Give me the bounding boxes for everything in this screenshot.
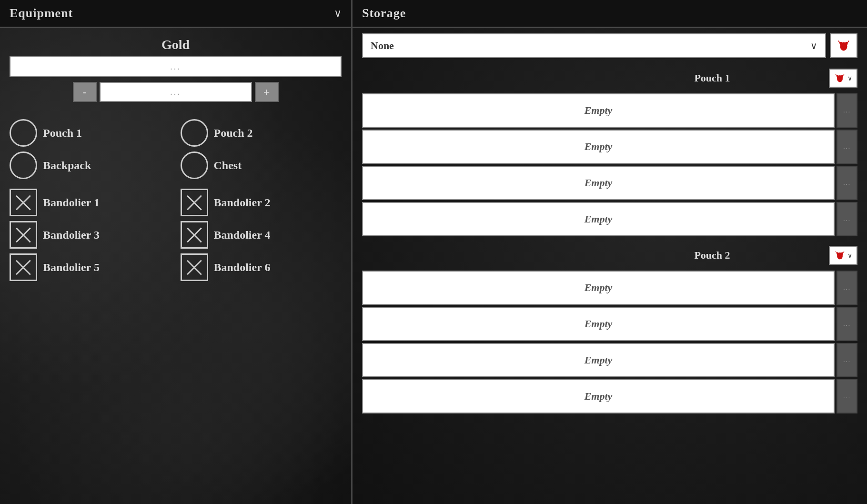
gold-controls: - ... +: [10, 82, 342, 102]
equipment-body: Gold ... - ... + Pouch 1 Pouch 2: [0, 28, 351, 504]
equip-item-chest[interactable]: Chest: [181, 151, 342, 179]
pouch1-slot3[interactable]: Empty: [362, 166, 835, 200]
pouch2-slot2[interactable]: Empty: [362, 307, 835, 341]
svg-point-9: [840, 78, 842, 79]
gold-input-value: ...: [170, 87, 181, 97]
equip-item-bandolier5[interactable]: Bandolier 5: [10, 253, 171, 281]
pouch1-slot4[interactable]: Empty: [362, 202, 835, 236]
pouch2-slot1-button[interactable]: ...: [837, 271, 857, 305]
pouch2-title: Pouch 2: [595, 249, 829, 262]
storage-panel: Storage None ∨: [353, 0, 867, 504]
chest-label: Chest: [214, 159, 242, 172]
equip-item-pouch1[interactable]: Pouch 1: [10, 119, 171, 147]
pouch2-icon: [181, 119, 208, 147]
backpack-icon: [10, 151, 37, 179]
pouch1-slot3-button[interactable]: ...: [837, 166, 857, 200]
svg-point-4: [844, 45, 846, 47]
pouch2-slot4-text: Empty: [585, 390, 613, 403]
equipment-panel: Equipment ∨ Gold ... - ... + Pouch 1: [0, 0, 353, 504]
pouch1-section: Pouch 1: [362, 65, 857, 238]
pouch1-slot1-text: Empty: [585, 104, 613, 117]
equipment-title: Equipment: [10, 6, 73, 20]
none-dropdown[interactable]: None ∨: [362, 33, 826, 58]
pouch2-header: Pouch 2: [362, 242, 857, 269]
slot-btn-dots: ...: [843, 320, 851, 328]
slot-btn-dots: ...: [843, 107, 851, 114]
gold-label: Gold: [10, 37, 342, 52]
bandolier5-label: Bandolier 5: [43, 261, 100, 274]
pouch2-slot2-text: Empty: [585, 318, 613, 330]
storage-row: Empty ...: [362, 166, 857, 200]
pouch2-slot3[interactable]: Empty: [362, 343, 835, 377]
gold-input[interactable]: ...: [100, 82, 252, 102]
pouch1-chevron-icon: ∨: [847, 74, 852, 82]
storage-header: Storage: [353, 0, 867, 28]
bandolier2-icon: [181, 189, 208, 216]
equipment-chevron-icon[interactable]: ∨: [334, 7, 342, 20]
gold-display: ...: [10, 56, 342, 77]
pouch1-slot3-text: Empty: [585, 177, 613, 189]
pouch2-slot1[interactable]: Empty: [362, 271, 835, 305]
demon-icon: [837, 39, 851, 53]
slot-btn-dots: ...: [843, 215, 851, 223]
equip-item-backpack[interactable]: Backpack: [10, 151, 171, 179]
equip-item-pouch2[interactable]: Pouch 2: [181, 119, 342, 147]
equipment-items-grid: Pouch 1 Pouch 2 Backpack Chest: [10, 119, 342, 179]
pouch2-demon-icon: [834, 250, 846, 261]
pouch1-label: Pouch 1: [43, 127, 82, 140]
none-row: None ∨: [362, 33, 857, 58]
slot-btn-dots: ...: [843, 284, 851, 292]
svg-point-13: [838, 255, 839, 256]
storage-creature-icon-button[interactable]: [830, 33, 857, 58]
storage-title: Storage: [362, 6, 406, 20]
pouch2-slot4-button[interactable]: ...: [837, 379, 857, 413]
pouch1-slot2-button[interactable]: ...: [837, 130, 857, 164]
pouch2-slot3-text: Empty: [585, 354, 613, 366]
equip-item-bandolier3[interactable]: Bandolier 3: [10, 221, 171, 249]
bandolier2-label: Bandolier 2: [214, 196, 271, 209]
storage-row: Empty ...: [362, 271, 857, 305]
gold-minus-button[interactable]: -: [73, 82, 97, 102]
equipment-header: Equipment ∨: [0, 0, 351, 28]
bandolier4-icon: [181, 221, 208, 249]
pouch2-slot1-text: Empty: [585, 282, 613, 294]
pouch1-slot2-text: Empty: [585, 141, 613, 153]
slot-btn-dots: ...: [843, 143, 851, 151]
storage-row: Empty ...: [362, 130, 857, 164]
pouch2-creature-button[interactable]: ∨: [829, 246, 857, 265]
storage-row: Empty ...: [362, 202, 857, 236]
equip-item-bandolier2[interactable]: Bandolier 2: [181, 189, 342, 216]
pouch1-slot4-button[interactable]: ...: [837, 202, 857, 236]
pouch2-label: Pouch 2: [214, 127, 253, 140]
bandolier3-label: Bandolier 3: [43, 229, 100, 242]
bandolier1-icon: [10, 189, 37, 216]
pouch2-slot3-button[interactable]: ...: [837, 343, 857, 377]
pouch1-slot1[interactable]: Empty: [362, 93, 835, 128]
pouch1-header: Pouch 1: [362, 65, 857, 91]
equip-item-bandolier4[interactable]: Bandolier 4: [181, 221, 342, 249]
gold-display-value: ...: [170, 62, 181, 72]
storage-row: Empty ...: [362, 307, 857, 341]
pouch2-slot4[interactable]: Empty: [362, 379, 835, 413]
bandolier3-icon: [10, 221, 37, 249]
pouch2-chevron-icon: ∨: [847, 252, 852, 260]
pouch1-slot1-button[interactable]: ...: [837, 93, 857, 128]
svg-point-8: [838, 78, 839, 79]
slot-btn-dots: ...: [843, 179, 851, 187]
equip-item-bandolier1[interactable]: Bandolier 1: [10, 189, 171, 216]
pouch1-slot4-text: Empty: [585, 213, 613, 225]
pouch1-creature-button[interactable]: ∨: [829, 69, 857, 88]
backpack-label: Backpack: [43, 159, 91, 172]
pouch1-slot2[interactable]: Empty: [362, 130, 835, 164]
pouch1-icon: [10, 119, 37, 147]
storage-row: Empty ...: [362, 379, 857, 413]
equip-item-bandolier6[interactable]: Bandolier 6: [181, 253, 342, 281]
slot-btn-dots: ...: [843, 356, 851, 364]
pouch1-demon-icon: [834, 72, 846, 84]
bandolier5-icon: [10, 253, 37, 281]
gold-plus-button[interactable]: +: [255, 82, 279, 102]
storage-body: None ∨: [353, 28, 867, 504]
bandolier-grid: Bandolier 1 Bandolier 2 Bandolier 3 Band…: [10, 189, 342, 281]
pouch2-slot2-button[interactable]: ...: [837, 307, 857, 341]
none-dropdown-text: None: [371, 40, 394, 52]
